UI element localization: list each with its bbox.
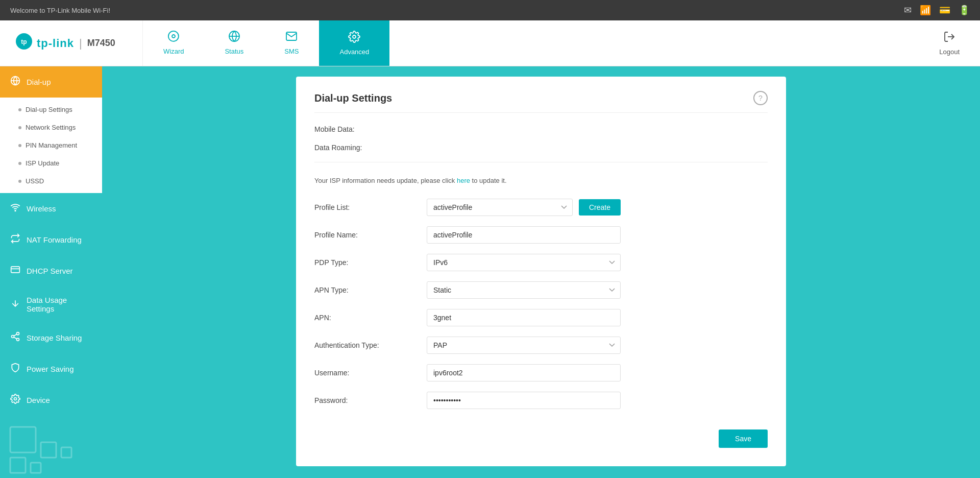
- panel-header: Dial-up Settings ?: [314, 91, 768, 113]
- apn-label: APN:: [314, 314, 427, 322]
- pdp-type-label: PDP Type:: [314, 258, 427, 267]
- sidebar-subitem-dialup-settings[interactable]: Dial-up Settings: [0, 101, 102, 118]
- content-area: Dial-up Settings ? Mobile Data: Data Roa…: [102, 66, 980, 478]
- sidebar-item-device[interactable]: Device: [0, 385, 102, 416]
- svg-point-2: [172, 35, 175, 38]
- wizard-icon: [167, 30, 180, 45]
- sidebar-item-wireless[interactable]: Wireless: [0, 193, 102, 224]
- sms-icon: [285, 30, 298, 45]
- sidebar-subitem-network-settings[interactable]: Network Settings: [0, 118, 102, 136]
- logout-icon: [943, 31, 955, 46]
- username-input[interactable]: [427, 364, 621, 381]
- sidebar-item-dialup[interactable]: Dial-up: [0, 66, 102, 98]
- tab-sms[interactable]: SMS: [264, 20, 319, 66]
- create-button[interactable]: Create: [579, 199, 621, 216]
- svg-text:tp: tp: [21, 38, 27, 45]
- data-roaming-label: Data Roaming:: [314, 144, 427, 152]
- data-usage-icon: [10, 298, 20, 311]
- svg-point-9: [15, 210, 16, 211]
- top-bar-icons: ✉ 📶 💳 🔋: [904, 5, 970, 16]
- sidebar-subitem-isp-update[interactable]: ISP Update: [0, 154, 102, 172]
- sidebar-item-device-label: Device: [27, 396, 50, 404]
- content-panel: Dial-up Settings ? Mobile Data: Data Roa…: [296, 77, 786, 466]
- auth-type-label: Authentication Type:: [314, 341, 427, 349]
- svg-point-18: [14, 398, 17, 400]
- logo-model: M7450: [87, 38, 115, 49]
- sidebar-item-wireless-label: Wireless: [27, 204, 56, 213]
- svg-line-16: [14, 337, 17, 339]
- password-container: [427, 392, 621, 409]
- tab-wizard[interactable]: Wizard: [143, 20, 204, 66]
- pdp-type-row: PDP Type: IPv4 IPv6 IPv4/IPv6: [314, 254, 768, 271]
- apn-row: APN:: [314, 309, 768, 326]
- dot-icon: [18, 180, 21, 183]
- auth-type-row: Authentication Type: None PAP CHAP: [314, 337, 768, 354]
- isp-info-message: Your ISP information needs update, pleas…: [314, 173, 768, 188]
- header: tp tp-link | M7450 Wizard: [0, 20, 980, 66]
- isp-here-link[interactable]: here: [457, 177, 470, 184]
- sim-icon: 💳: [939, 5, 950, 16]
- tab-advanced-label: Advanced: [339, 48, 369, 56]
- subitem-network-settings-label: Network Settings: [26, 124, 76, 131]
- sidebar-item-power-saving-label: Power Saving: [27, 365, 74, 373]
- nav-tabs: Wizard Status SMS: [143, 20, 919, 66]
- logo-area: tp tp-link | M7450: [0, 20, 143, 66]
- logo-icon: tp: [15, 33, 33, 54]
- sidebar-item-data-usage[interactable]: Data Usage Settings: [0, 286, 102, 322]
- storage-sharing-icon: [10, 331, 20, 344]
- dialup-icon: [10, 76, 20, 88]
- tab-sms-label: SMS: [284, 47, 299, 55]
- profile-name-row: Profile Name:: [314, 226, 768, 244]
- dhcp-icon: [10, 265, 20, 277]
- profile-name-input[interactable]: [427, 226, 621, 244]
- top-bar: Welcome to TP-Link Mobile Wi-Fi! ✉ 📶 💳 🔋: [0, 0, 980, 20]
- apn-type-row: APN Type: Static Dynamic: [314, 281, 768, 299]
- logout-button[interactable]: Logout: [919, 20, 980, 66]
- logo-text: tp-link: [37, 37, 74, 50]
- wireless-icon: [10, 202, 20, 215]
- apn-container: [427, 309, 621, 326]
- sidebar-subitem-ussd[interactable]: USSD: [0, 172, 102, 190]
- sidebar-item-storage-label: Storage Sharing: [27, 333, 82, 342]
- apn-type-select[interactable]: Static Dynamic: [427, 281, 621, 299]
- power-saving-icon: [10, 363, 20, 375]
- svg-point-14: [12, 336, 14, 338]
- apn-input[interactable]: [427, 309, 621, 326]
- main-layout: Dial-up Dial-up Settings Network Setting…: [0, 66, 980, 478]
- sidebar-item-nat-forwarding[interactable]: NAT Forwarding: [0, 224, 102, 255]
- pdp-type-select[interactable]: IPv4 IPv6 IPv4/IPv6: [427, 254, 621, 271]
- svg-rect-10: [11, 267, 20, 273]
- isp-info-text-before: Your ISP information needs update, pleas…: [314, 177, 457, 184]
- subitem-pin-management-label: PIN Management: [26, 141, 77, 149]
- save-button[interactable]: Save: [719, 429, 768, 448]
- help-button[interactable]: ?: [753, 91, 768, 105]
- signal-icon: 📶: [920, 5, 931, 16]
- battery-icon: 🔋: [959, 5, 970, 16]
- auth-type-select[interactable]: None PAP CHAP: [427, 337, 621, 354]
- tab-advanced[interactable]: Advanced: [319, 20, 389, 66]
- sidebar-subitems-dialup: Dial-up Settings Network Settings PIN Ma…: [0, 98, 102, 193]
- sidebar-item-dhcp-server[interactable]: DHCP Server: [0, 255, 102, 286]
- sidebar-item-power-saving[interactable]: Power Saving: [0, 353, 102, 385]
- subitem-isp-update-label: ISP Update: [26, 159, 59, 167]
- tab-status[interactable]: Status: [204, 20, 264, 66]
- advanced-icon: [348, 31, 360, 46]
- sidebar-item-storage-sharing[interactable]: Storage Sharing: [0, 322, 102, 353]
- data-roaming-row: Data Roaming:: [314, 144, 768, 152]
- tab-status-label: Status: [225, 47, 243, 55]
- logout-label: Logout: [939, 48, 960, 56]
- dot-icon: [18, 126, 21, 129]
- mobile-data-label: Mobile Data:: [314, 125, 427, 133]
- profile-list-select[interactable]: activeProfile: [427, 199, 573, 216]
- profile-list-container: activeProfile Create: [427, 199, 621, 216]
- password-label: Password:: [314, 396, 427, 404]
- panel-title: Dial-up Settings: [314, 92, 392, 104]
- password-input[interactable]: [427, 392, 621, 409]
- apn-type-label: APN Type:: [314, 286, 427, 294]
- password-row: Password:: [314, 392, 768, 409]
- profile-list-label: Profile List:: [314, 203, 427, 211]
- envelope-icon[interactable]: ✉: [904, 5, 912, 16]
- sidebar-item-data-usage-label: Data Usage Settings: [27, 296, 92, 313]
- device-icon: [10, 394, 20, 407]
- sidebar-subitem-pin-management[interactable]: PIN Management: [0, 136, 102, 154]
